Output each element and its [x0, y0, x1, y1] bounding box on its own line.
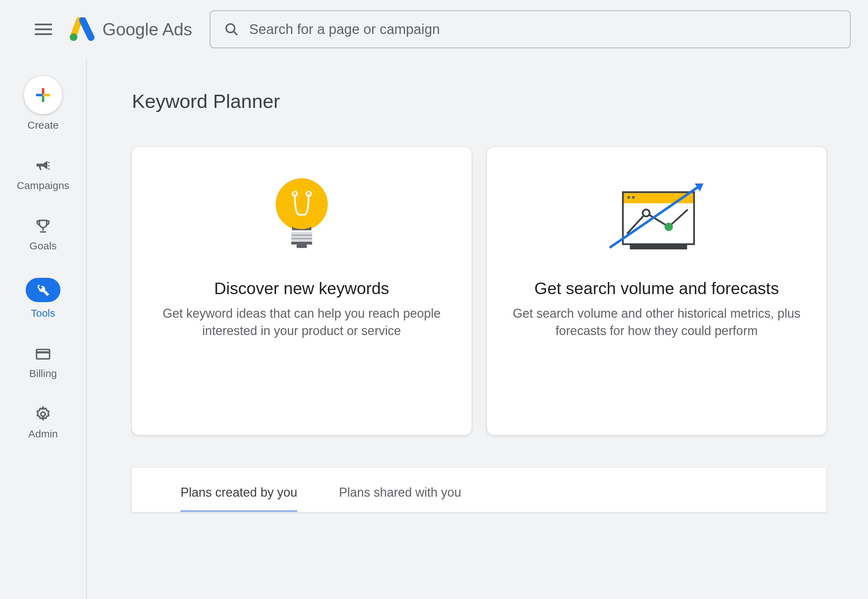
svg-point-26 — [664, 223, 673, 231]
tab-plans-created[interactable]: Plans created by you — [181, 485, 297, 512]
card-description: Get search volume and other historical m… — [508, 305, 806, 340]
svg-point-25 — [643, 209, 650, 217]
chart-arrow-icon — [596, 175, 717, 258]
main-content: Keyword Planner — [87, 59, 868, 599]
search-volume-card[interactable]: Get search volume and forecasts Get sear… — [487, 147, 827, 435]
svg-point-12 — [41, 412, 45, 417]
sidebar-item-campaigns[interactable]: Campaigns — [17, 157, 69, 191]
card-title: Discover new keywords — [214, 279, 389, 298]
svg-line-9 — [38, 287, 40, 289]
hamburger-menu-button[interactable] — [35, 24, 52, 35]
discover-keywords-card[interactable]: Discover new keywords Get keyword ideas … — [132, 147, 471, 435]
sidebar-nav: Create Campaigns Goals — [0, 59, 87, 599]
sidebar-item-label: Billing — [29, 368, 57, 379]
card-icon — [35, 345, 52, 363]
card-description: Get keyword ideas that can help you reac… — [153, 305, 451, 340]
trophy-icon — [35, 217, 52, 235]
sidebar-item-label: Admin — [28, 428, 57, 440]
svg-rect-16 — [291, 232, 312, 242]
svg-point-13 — [276, 178, 328, 230]
card-title: Get search volume and forecasts — [534, 279, 779, 298]
sidebar-item-create[interactable]: Create — [24, 76, 62, 131]
svg-point-23 — [627, 196, 630, 199]
sidebar-item-label: Create — [27, 119, 59, 131]
gear-icon — [35, 405, 52, 423]
app-header: Google Ads — [0, 0, 868, 59]
wrench-icon — [36, 283, 50, 297]
lightbulb-illustration — [274, 172, 329, 262]
lightbulb-icon — [274, 173, 329, 260]
sidebar-item-goals[interactable]: Goals — [30, 217, 57, 252]
sidebar-item-label: Tools — [31, 307, 55, 319]
search-icon — [224, 22, 239, 37]
create-button[interactable] — [24, 76, 62, 114]
search-input[interactable] — [249, 21, 836, 37]
plus-icon — [35, 86, 52, 104]
svg-rect-10 — [36, 350, 50, 359]
plans-tabs: Plans created by you Plans shared with y… — [132, 468, 826, 512]
svg-rect-20 — [296, 245, 307, 248]
sidebar-item-label: Campaigns — [17, 180, 69, 191]
tab-plans-shared[interactable]: Plans shared with you — [339, 485, 461, 512]
svg-point-0 — [70, 33, 77, 41]
page-title: Keyword Planner — [132, 90, 826, 112]
svg-point-24 — [632, 196, 635, 199]
megaphone-icon — [35, 157, 52, 175]
sidebar-item-tools[interactable]: Tools — [26, 278, 60, 319]
plans-panel: Plans created by you Plans shared with y… — [132, 468, 826, 512]
svg-rect-19 — [291, 242, 312, 245]
sidebar-item-billing[interactable]: Billing — [29, 345, 57, 379]
svg-point-1 — [226, 24, 235, 33]
google-ads-logo-icon — [69, 17, 95, 42]
svg-line-2 — [233, 31, 237, 35]
sidebar-item-label: Goals — [30, 240, 57, 252]
brand-logo[interactable]: Google Ads — [69, 17, 192, 42]
action-cards: Discover new keywords Get keyword ideas … — [132, 147, 826, 435]
svg-rect-27 — [630, 244, 687, 249]
global-search[interactable] — [210, 11, 851, 48]
chart-illustration — [596, 172, 717, 262]
sidebar-item-admin[interactable]: Admin — [28, 405, 57, 440]
brand-text: Google Ads — [103, 20, 192, 39]
